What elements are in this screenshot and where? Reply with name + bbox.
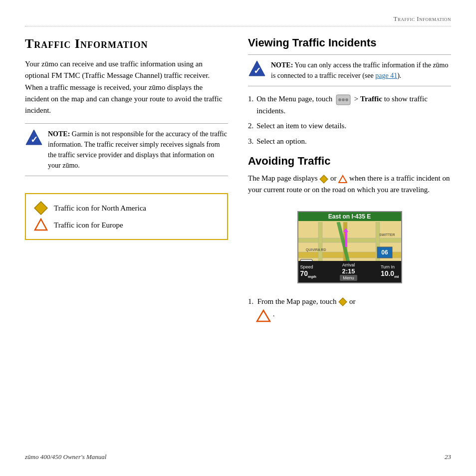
page-footer: zūmo 400/450 Owner's Manual 23 [25,453,451,461]
svg-point-8 [342,98,345,101]
left-note-box: ✓ NOTE: Garmin is not responsible for th… [25,123,228,176]
svg-marker-2 [34,202,47,215]
speed-value: 70mph [300,269,316,279]
note-checkmark-icon: ✓ [25,129,43,147]
svg-text:✓: ✓ [253,66,261,76]
step1-diamond-icon [338,297,347,306]
footer-page-number: 23 [445,453,451,461]
svg-marker-29 [257,310,270,321]
svg-marker-3 [35,219,47,230]
traffic-icon-box: Traffic icon for North America Traffic i… [25,193,228,240]
viewing-steps-list: 1. On the Menu page, touch > Traffic to … [248,93,451,147]
speed-display: Speed 70mph [300,264,316,279]
viewing-step-2: 2. Select an item to view details. [248,120,451,132]
europe-label: Traffic icon for Europe [54,220,123,231]
avoiding-section-title: Avoiding Traffic [248,155,451,168]
content-area: Traffic Information Your zūmo can receiv… [25,36,451,322]
header-title: Traffic Information [393,15,451,22]
inline-diamond-icon [319,175,328,184]
right-note-bold: NOTE: [271,61,293,69]
speed-label: Speed [300,264,316,269]
avoiding-paragraph: The Map page displays or when there is a… [248,173,451,196]
right-note-box: ✓ NOTE: You can only access the traffic … [248,54,451,86]
left-note-bold: NOTE: [48,130,70,138]
left-column: Traffic Information Your zūmo can receiv… [25,36,228,322]
viewing-section-title: Viewing Traffic Incidents [248,36,451,49]
svg-marker-10 [320,175,328,183]
viewing-step-3: 3. Select an option. [248,136,451,147]
right-note-body: You can only access the traffic informat… [271,61,449,79]
svg-text:✓: ✓ [30,135,38,145]
svg-text:QUIVIRA RD: QUIVIRA RD [306,248,326,252]
right-note-text: NOTE: You can only access the traffic in… [271,60,451,81]
main-section-title: Traffic Information [25,36,228,51]
turn-display: Turn In 10.0mi [381,264,399,279]
viewing-step-1: 1. On the Menu page, touch > Traffic to … [248,93,451,116]
page-header: Traffic Information [25,15,451,26]
svg-rect-20 [345,232,347,247]
arrival-display: Arrival 2:15 Menu [340,262,357,281]
svg-text:06: 06 [381,249,388,256]
map-top-bar: East on I-435 E [298,212,401,221]
tools-button-icon [336,94,351,105]
step1-triangle-large-icon [256,309,271,322]
map-screenshot: East on I-435 E [297,211,402,283]
right-note-checkmark-icon: ✓ [248,60,266,78]
footer-manual-label: zūmo 400/450 Owner's Manual [25,453,106,461]
intro-paragraph: Your zūmo can receive and use traffic in… [25,58,228,116]
diamond-traffic-icon [34,201,48,215]
menu-label: Menu [340,275,357,281]
arrival-value: 2:15 [340,267,357,275]
svg-marker-28 [339,298,347,306]
svg-point-7 [338,98,341,101]
svg-rect-13 [298,238,402,242]
north-america-label: Traffic icon for North America [54,203,146,214]
inline-triangle-icon [338,175,347,184]
svg-point-9 [345,98,348,101]
right-column: Viewing Traffic Incidents ✓ NOTE: You ca… [248,36,451,322]
left-note-body: Garmin is not responsible for the accura… [48,130,227,169]
turn-label: Turn In [381,264,399,269]
turn-value: 10.0mi [381,269,399,279]
left-note-text: NOTE: Garmin is not responsible for the … [48,129,228,171]
svg-text:SWITTER: SWITTER [379,233,395,237]
triangle-traffic-icon [34,218,48,232]
svg-marker-11 [339,176,347,183]
arrival-label: Arrival [340,262,357,267]
avoid-step1: 1. From the Map page, touch or . [248,295,451,322]
europe-row: Traffic icon for Europe [34,218,219,232]
page-link[interactable]: page 41 [375,72,397,79]
map-bottom-bar: Speed 70mph Arrival 2:15 Menu Turn In 10… [298,261,401,282]
north-america-row: Traffic icon for North America [34,201,219,215]
